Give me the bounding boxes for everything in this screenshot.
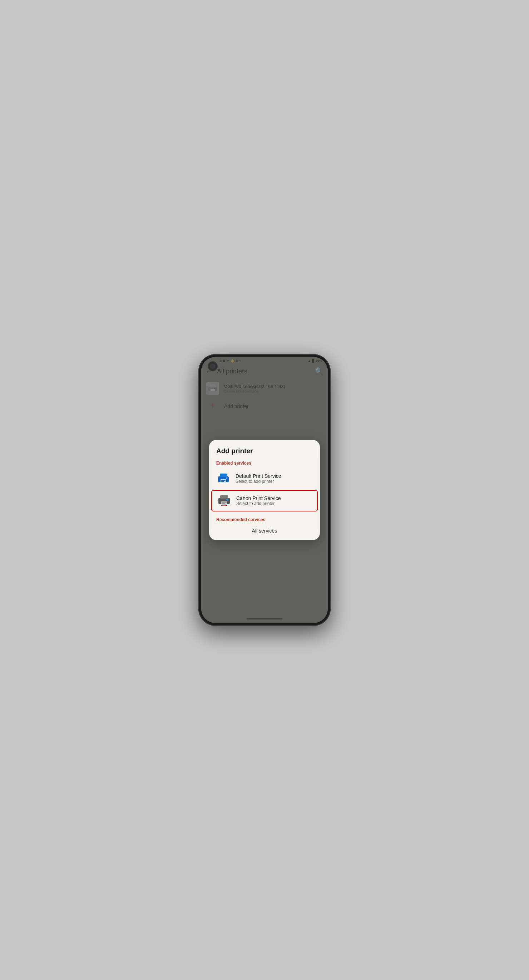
recommended-services-label: Recommended services: [209, 512, 320, 524]
canon-print-service-item[interactable]: Canon Canon Print Service Select to add …: [211, 490, 318, 511]
svg-text:Canon: Canon: [222, 505, 226, 506]
default-print-service-info: Default Print Service Select to add prin…: [235, 473, 281, 484]
svg-rect-8: [221, 481, 224, 482]
svg-rect-6: [221, 479, 226, 482]
home-indicator: [247, 618, 282, 619]
svg-rect-13: [222, 502, 227, 503]
svg-rect-7: [221, 480, 226, 481]
canon-print-service-info: Canon Print Service Select to add printe…: [236, 495, 281, 506]
default-print-icon: [216, 471, 230, 486]
canon-print-service-sub: Select to add printer: [236, 501, 281, 506]
svg-rect-14: [222, 503, 225, 504]
phone-screen: 3 ✿ ✦ 🔔 ⊞ • ▲ ▊ 79% ← All printers 🔍: [201, 357, 328, 623]
canon-print-icon: Canon: [217, 493, 231, 508]
svg-rect-11: [220, 495, 228, 499]
enabled-services-label: Enabled services: [209, 458, 320, 468]
svg-point-15: [227, 499, 229, 501]
canon-print-service-name: Canon Print Service: [236, 495, 281, 501]
all-services-button[interactable]: All services: [209, 524, 320, 536]
blue-printer-svg: [217, 473, 230, 484]
canon-printer-svg: Canon: [217, 495, 231, 507]
svg-point-9: [226, 477, 228, 479]
default-print-service-item[interactable]: Default Print Service Select to add prin…: [209, 468, 320, 489]
dialog-overlay: Add printer Enabled services: [201, 357, 328, 623]
default-print-service-sub: Select to add printer: [235, 479, 281, 484]
svg-rect-5: [220, 474, 227, 477]
add-printer-dialog: Add printer Enabled services: [209, 440, 320, 540]
default-print-service-name: Default Print Service: [235, 473, 281, 479]
dialog-title: Add printer: [209, 447, 320, 458]
phone-device: 3 ✿ ✦ 🔔 ⊞ • ▲ ▊ 79% ← All printers 🔍: [199, 354, 330, 626]
